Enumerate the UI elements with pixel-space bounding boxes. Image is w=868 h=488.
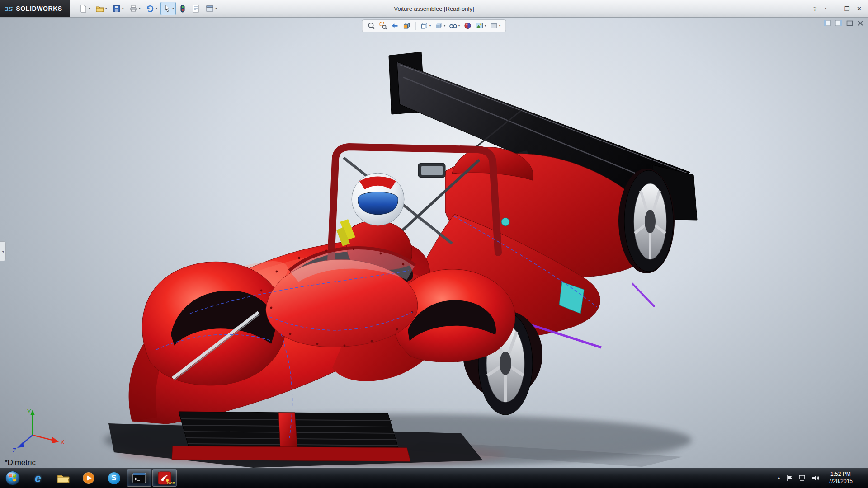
section-view-icon [402, 22, 410, 30]
x-axis-arrow [52, 437, 59, 443]
taskbar-app-internet-explorer[interactable]: e [26, 469, 50, 487]
options-window-icon [205, 4, 214, 13]
view-settings-icon [490, 22, 498, 30]
internet-explorer-icon: e [35, 472, 41, 485]
taskbar-app-explorer[interactable] [51, 469, 75, 487]
graphics-viewport[interactable]: ▾ ▾ ▾ [0, 18, 868, 468]
display-style-icon [434, 22, 443, 30]
system-tray: ▲ 1:52 PM 7/28/2015 [777, 468, 868, 488]
previous-view-icon [391, 22, 399, 30]
new-document-button[interactable]: ▾ [77, 2, 92, 15]
apply-scene-button[interactable]: ▾ [475, 21, 487, 30]
select-button[interactable]: ▾ [160, 2, 176, 15]
action-center-flag-icon[interactable] [786, 474, 793, 482]
solidworks-logo: 3S SOLIDWORKS [0, 0, 70, 17]
zoom-to-area-button[interactable] [378, 21, 387, 30]
hide-show-items-button[interactable]: ▾ [448, 21, 460, 30]
panel-collapse-tab[interactable]: ◂ [0, 241, 6, 261]
solidworks-version-badge: 2015 [167, 481, 175, 485]
chevron-down-icon[interactable]: ▾ [458, 24, 460, 28]
helmet-visor [358, 192, 398, 215]
section-view-button[interactable] [402, 21, 411, 30]
taskbar-app-skype[interactable]: S [102, 469, 126, 487]
chevron-down-icon[interactable]: ▾ [89, 7, 90, 10]
z-axis-label: Z [13, 447, 16, 454]
chevron-down-icon[interactable]: ▾ [485, 24, 486, 28]
volume-icon[interactable] [811, 474, 820, 482]
dassault-3ds-mark: 3S [5, 5, 13, 13]
viewport-close-button[interactable] [857, 20, 863, 26]
rebuild-stoplight-icon [179, 4, 186, 13]
viewport-close-icon [857, 20, 863, 26]
clock-time: 1:52 PM [829, 471, 853, 478]
previous-view-button[interactable] [390, 21, 399, 30]
chevron-down-icon[interactable]: ▾ [172, 7, 174, 10]
chevron-down-icon[interactable]: ▾ [139, 7, 141, 10]
media-player-icon [82, 472, 95, 484]
command-prompt-icon [132, 472, 146, 484]
tray-expand-chevron[interactable]: ▲ [777, 476, 781, 480]
chevron-down-icon[interactable]: ▾ [105, 7, 107, 10]
taskbar-clock[interactable]: 1:52 PM 7/28/2015 [825, 471, 857, 485]
view-orientation-label: *Dimetric [5, 458, 36, 467]
save-button[interactable]: ▾ [110, 2, 126, 15]
zoom-to-fit-button[interactable] [367, 21, 376, 30]
windows-start-orb-icon [5, 470, 21, 486]
left-front-fender[interactable] [142, 262, 286, 385]
rebuild-button[interactable] [177, 2, 188, 15]
minimize-button[interactable]: – [834, 6, 837, 12]
view-orientation-button[interactable]: ▾ [420, 21, 431, 30]
print-icon [129, 4, 138, 13]
options-button[interactable]: ▾ [203, 2, 219, 15]
feature-pane-icon [824, 20, 831, 26]
taskbar-app-solidworks-2015[interactable]: 2015 [152, 469, 177, 487]
chevron-down-icon[interactable]: ▾ [499, 24, 501, 28]
help-button[interactable]: ? [813, 6, 816, 12]
heads-up-view-toolbar: ▾ ▾ ▾ [362, 19, 506, 32]
car-assembly-model[interactable] [0, 18, 868, 468]
taskbar-app-command-prompt[interactable] [127, 469, 151, 487]
clock-date: 7/28/2015 [829, 478, 853, 485]
file-properties-icon [191, 4, 200, 13]
solidworks-window: 3S SOLIDWORKS ▾ ▾ [0, 0, 868, 488]
view-settings-button[interactable]: ▾ [490, 21, 501, 30]
document-title: Voiture assemblee [Read-only] [136, 5, 732, 12]
zoom-fit-icon [367, 22, 375, 30]
chevron-down-icon[interactable]: ▾ [429, 24, 431, 28]
chevron-down-icon[interactable]: ▾ [215, 7, 217, 10]
start-button[interactable] [0, 468, 25, 488]
edit-appearance-button[interactable] [463, 21, 472, 30]
print-button[interactable]: ▾ [127, 2, 142, 15]
maximize-button[interactable]: ❐ [844, 6, 849, 12]
chevron-down-icon[interactable]: ▾ [122, 7, 124, 10]
network-icon[interactable] [798, 474, 807, 482]
close-button[interactable]: ✕ [857, 6, 862, 12]
feature-pane-button[interactable] [824, 20, 831, 26]
main-toolbar: ▾ ▾ ▾ [77, 2, 219, 15]
skype-icon: S [108, 472, 120, 484]
window-controls: ? ▾ – ❐ ✕ [813, 6, 868, 12]
chevron-down-icon[interactable]: ▾ [443, 24, 445, 28]
taskbar-app-media-player[interactable] [76, 469, 101, 487]
zoom-area-icon [379, 22, 387, 30]
toolbar-separator [415, 22, 415, 30]
x-axis-label: X [61, 439, 65, 446]
display-pane-icon [835, 20, 842, 26]
display-style-button[interactable]: ▾ [434, 21, 446, 30]
open-folder-icon [95, 4, 104, 13]
viewport-corner-controls [824, 20, 863, 26]
hide-show-glasses-icon [449, 22, 457, 30]
undo-button[interactable]: ▾ [144, 2, 159, 15]
y-axis-label: Y [27, 408, 31, 415]
titlebar: 3S SOLIDWORKS ▾ ▾ [0, 0, 868, 18]
display-pane-button[interactable] [835, 20, 842, 26]
rear-right-wheel[interactable] [618, 169, 675, 273]
chevron-down-icon[interactable]: ▾ [825, 7, 826, 10]
open-button[interactable]: ▾ [94, 2, 109, 15]
brand-name: SOLIDWORKS [16, 5, 62, 12]
viewport-restore-button[interactable] [846, 20, 853, 26]
chevron-down-icon[interactable]: ▾ [156, 7, 157, 10]
select-cursor-icon [162, 4, 171, 13]
appearance-sphere-icon [464, 22, 472, 30]
file-properties-button[interactable] [189, 2, 202, 15]
